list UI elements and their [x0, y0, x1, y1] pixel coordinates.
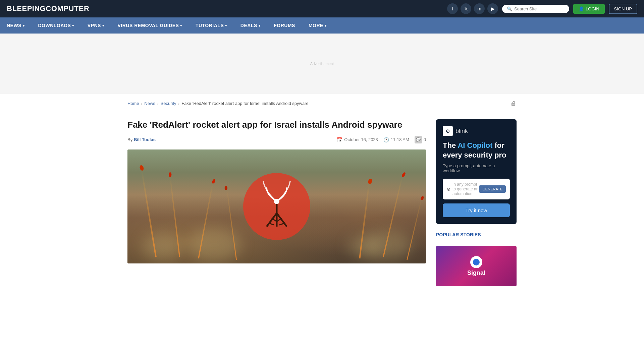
svg-point-7 — [225, 186, 227, 190]
chevron-down-icon: ▾ — [259, 24, 261, 27]
ad-subtext: Type a prompt, automate a workflow. — [443, 163, 510, 173]
breadcrumb: Home › News › Security › Fake 'RedAlert'… — [127, 101, 309, 106]
article-hero-image — [127, 149, 426, 263]
nav-item-tutorials[interactable]: TUTORIALS ▾ — [189, 17, 234, 34]
svg-point-13 — [420, 196, 424, 200]
svg-line-8 — [360, 183, 369, 258]
chevron-down-icon: ▾ — [180, 24, 182, 27]
search-bar: 🔍 — [502, 5, 569, 13]
nav-item-forums[interactable]: FORUMS — [267, 17, 302, 34]
svg-line-0 — [142, 170, 156, 257]
svg-point-3 — [169, 172, 171, 177]
svg-line-4 — [199, 183, 213, 258]
chevron-down-icon: ▾ — [72, 24, 74, 27]
svg-line-20 — [269, 223, 274, 225]
breadcrumb-separator: › — [157, 102, 159, 106]
nav-item-downloads[interactable]: DOWNLOADS ▾ — [32, 17, 81, 34]
article-main: Fake 'RedAlert' rocket alert app for Isr… — [127, 119, 426, 286]
chevron-down-icon: ▾ — [225, 24, 227, 27]
print-icon[interactable]: 🖨 — [511, 100, 517, 107]
article-byline: By Bill Toulas — [127, 137, 156, 142]
breadcrumb-home[interactable]: Home — [127, 101, 139, 106]
comment-bubble-icon: 💬 — [415, 136, 422, 143]
social-icons: f 𝕏 m ▶ — [447, 3, 498, 14]
facebook-icon[interactable]: f — [447, 3, 458, 14]
ad-input-icon: ⊙ — [447, 187, 450, 192]
twitter-icon[interactable]: 𝕏 — [461, 3, 471, 14]
antenna-graphic — [243, 173, 310, 240]
article-sidebar: ⊙ blink The AI Copilot for every securit… — [436, 119, 517, 286]
svg-line-6 — [227, 190, 236, 260]
svg-line-2 — [170, 176, 179, 257]
breadcrumb-security[interactable]: Security — [161, 101, 176, 106]
main-nav: NEWS ▾ DOWNLOADS ▾ VPNS ▾ VIRUS REMOVAL … — [0, 17, 644, 34]
popular-story-image[interactable]: Signal — [436, 246, 517, 286]
nav-item-vpns[interactable]: VPNS ▾ — [81, 17, 111, 34]
breadcrumb-news[interactable]: News — [144, 101, 155, 106]
chevron-down-icon: ▾ — [23, 24, 25, 27]
article-title: Fake 'RedAlert' rocket alert app for Isr… — [127, 119, 426, 131]
popular-stories: POPULAR STORIES Signal — [436, 232, 517, 286]
breadcrumb-area: Home › News › Security › Fake 'RedAlert'… — [127, 94, 517, 111]
svg-point-14 — [274, 199, 279, 204]
nav-item-deals[interactable]: DEALS ▾ — [234, 17, 267, 34]
nav-item-more[interactable]: MORE ▾ — [302, 17, 333, 34]
site-logo[interactable]: BLEEPINGCOMPUTER — [7, 4, 89, 13]
svg-point-1 — [139, 165, 144, 171]
signup-button[interactable]: SIGN UP — [609, 4, 637, 14]
svg-point-9 — [368, 178, 373, 184]
nav-item-virus-removal[interactable]: VIRUS REMOVAL GUIDES ▾ — [111, 17, 189, 34]
signal-label: Signal — [467, 269, 485, 277]
login-button[interactable]: 👤 LOGIN — [573, 4, 604, 14]
mastodon-icon[interactable]: m — [474, 3, 485, 14]
svg-line-21 — [279, 223, 284, 225]
article-meta: By Bill Toulas 📅 October 16, 2023 🕐 11:1… — [127, 136, 426, 143]
blink-icon: ⊙ — [443, 126, 453, 136]
ad-input-placeholder: In any prompt to generate an automation — [452, 182, 479, 196]
breadcrumb-separator: › — [141, 102, 143, 106]
sidebar-ad-blink: ⊙ blink The AI Copilot for every securit… — [436, 119, 517, 224]
article-wrapper: Fake 'RedAlert' rocket alert app for Isr… — [127, 111, 517, 286]
calendar-icon: 📅 — [337, 137, 342, 142]
blink-logo: ⊙ blink — [443, 126, 510, 136]
comment-count: 💬 0 — [415, 136, 426, 143]
user-icon: 👤 — [579, 6, 584, 11]
try-now-button[interactable]: Try it now — [443, 203, 510, 217]
svg-line-10 — [383, 176, 402, 257]
popular-stories-title: POPULAR STORIES — [436, 232, 517, 241]
ad-headline: The AI Copilot for every security pro — [443, 141, 510, 160]
signal-app-logo: Signal — [467, 256, 485, 277]
article-date: 📅 October 16, 2023 — [337, 137, 378, 142]
ad-generate-button[interactable]: GENERATE — [479, 185, 506, 193]
chevron-down-icon: ▾ — [325, 24, 327, 27]
header-right: f 𝕏 m ▶ 🔍 👤 LOGIN SIGN UP — [447, 3, 637, 14]
signal-circle — [470, 256, 482, 268]
search-icon: 🔍 — [507, 6, 512, 11]
clock-icon: 🕐 — [383, 137, 389, 142]
antenna-svg — [250, 180, 304, 233]
breadcrumb-separator: › — [178, 102, 180, 106]
main-container: Home › News › Security › Fake 'RedAlert'… — [121, 94, 523, 286]
youtube-icon[interactable]: ▶ — [487, 3, 498, 14]
svg-line-12 — [407, 200, 421, 260]
article-time: 🕐 11:18 AM — [383, 137, 409, 142]
search-input[interactable] — [514, 6, 565, 11]
breadcrumb-current: Fake 'RedAlert' rocket alert app for Isr… — [181, 101, 309, 106]
author-link[interactable]: Bill Toulas — [134, 137, 156, 142]
nav-item-news[interactable]: NEWS ▾ — [0, 17, 32, 34]
ad-banner: Advertisement — [0, 34, 644, 94]
ad-input-row: ⊙ In any prompt to generate an automatio… — [443, 179, 510, 199]
article-meta-right: 📅 October 16, 2023 🕐 11:18 AM 💬 0 — [337, 136, 426, 143]
chevron-down-icon: ▾ — [102, 24, 104, 27]
site-header: BLEEPINGCOMPUTER f 𝕏 m ▶ 🔍 👤 LOGIN SIGN … — [0, 0, 644, 17]
